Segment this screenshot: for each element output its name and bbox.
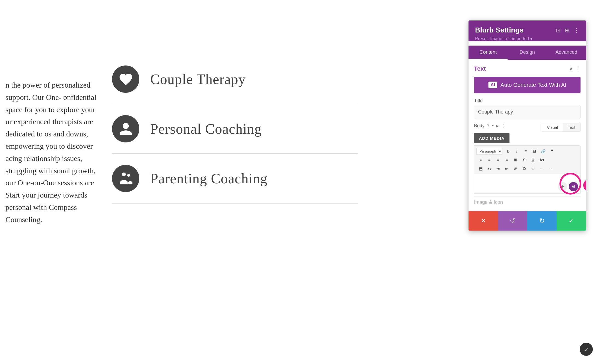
strikethrough-button[interactable]: S (520, 156, 528, 164)
panel-title: Blurb Settings (475, 26, 524, 34)
outdent-button[interactable]: ⇤ (503, 165, 511, 172)
cancel-button[interactable]: ✕ (469, 211, 498, 231)
align-justify-button[interactable]: ≡ (503, 156, 511, 164)
redo-button-footer[interactable]: ↻ (527, 211, 557, 231)
confirm-button[interactable]: ✓ (557, 211, 586, 231)
text-section-header: Text ∧ ⋮ (474, 65, 581, 72)
expand-button[interactable]: ⤢ (511, 165, 520, 172)
align-center-button[interactable]: ≡ (485, 156, 493, 164)
title-field-label: Title (474, 98, 581, 103)
service-item-parenting-coaching: Parenting Coaching (112, 154, 358, 203)
parenting-coaching-icon-bg (112, 165, 139, 192)
panel-preset: Preset: Image Left imported ▾ (475, 36, 579, 41)
editor-ai-btn[interactable]: AI (569, 182, 578, 191)
ai-button-label: Auto Generate Text With Al (500, 82, 566, 88)
tab-advanced[interactable]: Advanced (547, 46, 586, 60)
auto-generate-ai-button[interactable]: AI Auto Generate Text With Al (474, 77, 581, 93)
svg-point-0 (122, 172, 126, 176)
italic-button[interactable]: I (513, 147, 521, 155)
link-button[interactable]: 🔗 (539, 147, 547, 155)
family-icon (118, 171, 133, 186)
parenting-coaching-label: Parenting Coaching (150, 171, 268, 187)
image-icon-label: Image & Icon (474, 196, 503, 205)
redo-button[interactable]: → (546, 165, 555, 172)
title-input[interactable] (474, 106, 581, 118)
panel-header-top: Blurb Settings ⊡ ⊞ ⋮ (475, 26, 579, 34)
personal-coaching-label: Personal Coaching (150, 121, 262, 137)
underline-button[interactable]: U (529, 156, 537, 164)
heart-icon (118, 72, 133, 87)
undo-button-footer[interactable]: ↺ (498, 211, 528, 231)
editor-toolbar: Paragraph B I ≡ ⊟ 🔗 ❝ ≡ ≡ ≡ ≡ ⊞ S (474, 146, 580, 174)
editor-tab-text[interactable]: Text (563, 123, 580, 132)
paste-button[interactable]: ⬒ (476, 165, 485, 172)
undo-button[interactable]: ← (538, 165, 546, 172)
services-list: Couple Therapy Personal Coaching Parenti… (112, 55, 358, 204)
body-mobile-icon[interactable]: ▪ (492, 123, 494, 129)
body-text-content: n the power of personalized support. Our… (5, 81, 96, 224)
person-icon (118, 121, 133, 136)
blockquote-button[interactable]: ❝ (548, 147, 556, 155)
panel-fullscreen-icon[interactable]: ⊡ (556, 27, 561, 34)
tab-design[interactable]: Design (508, 46, 547, 60)
divider-3 (112, 203, 358, 204)
body-label: Body (474, 123, 485, 129)
editor-content-area[interactable]: ✦ AI 1 (474, 174, 580, 193)
body-dots-icon[interactable]: ⋮ (502, 123, 506, 129)
panel-more-icon[interactable]: ⋮ (574, 27, 579, 34)
table-button[interactable]: ⊞ (511, 156, 520, 164)
service-item-personal-coaching: Personal Coaching (112, 104, 358, 154)
bold-button[interactable]: B (504, 147, 512, 155)
editor-sparkle-btn[interactable]: ✦ (558, 182, 567, 191)
personal-coaching-icon-bg (112, 115, 139, 142)
editor-tab-visual[interactable]: Visual (542, 123, 563, 132)
toolbar-row-1: Paragraph B I ≡ ⊟ 🔗 ❝ (476, 147, 578, 155)
body-cursor-icon[interactable]: ▸ (496, 123, 499, 129)
paragraph-select[interactable]: Paragraph (476, 148, 502, 155)
unordered-list-button[interactable]: ≡ (522, 147, 530, 155)
panel-body: Text ∧ ⋮ AI Auto Generate Text With Al T… (469, 60, 586, 211)
rich-text-editor: Paragraph B I ≡ ⊟ 🔗 ❝ ≡ ≡ ≡ ≡ ⊞ S (474, 145, 581, 194)
section-header-icons: ∧ ⋮ (569, 66, 581, 72)
couple-therapy-label: Couple Therapy (150, 71, 246, 87)
editor-mode-tabs: Visual Text (542, 123, 581, 132)
svg-point-1 (127, 174, 130, 177)
image-icon-section: Image & Icon (474, 196, 581, 205)
panel-header: Blurb Settings ⊡ ⊞ ⋮ Preset: Image Left … (469, 20, 586, 41)
ordered-list-button[interactable]: ⊟ (530, 147, 538, 155)
step-badge: 1 (583, 179, 586, 191)
couple-therapy-icon-bg (112, 65, 139, 93)
add-media-button[interactable]: ADD MEDIA (474, 133, 509, 143)
subscript-button[interactable]: x₂ (485, 165, 493, 172)
indent-button[interactable]: ⇥ (494, 165, 502, 172)
panel-header-icons: ⊡ ⊞ ⋮ (556, 27, 579, 34)
align-left-button[interactable]: ≡ (476, 156, 485, 164)
body-toolbar: Body ? ▪ ▸ ⋮ (474, 123, 506, 129)
align-right-button[interactable]: ≡ (494, 156, 502, 164)
toolbar-row-3: ⬒ x₂ ⇥ ⇤ ⤢ Ω ☺ ← → (476, 165, 578, 172)
toolbar-row-2: ≡ ≡ ≡ ≡ ⊞ S U A▾ (476, 156, 578, 164)
ai-badge: AI (488, 82, 497, 88)
left-body-text: n the power of personalized support. Our… (0, 79, 104, 226)
body-help-icon[interactable]: ? (487, 123, 490, 129)
section-chevron-up-icon[interactable]: ∧ (569, 66, 573, 72)
emoji-button[interactable]: ☺ (529, 165, 537, 172)
panel-split-icon[interactable]: ⊞ (565, 27, 570, 34)
omega-button[interactable]: Ω (520, 165, 528, 172)
panel-tabs: Content Design Advanced (469, 46, 586, 60)
section-more-icon[interactable]: ⋮ (576, 66, 581, 72)
font-color-button[interactable]: A▾ (538, 156, 546, 164)
tab-content[interactable]: Content (469, 46, 508, 60)
bottom-right-settings-icon[interactable]: ↙ (580, 343, 593, 356)
panel-footer: ✕ ↺ ↻ ✓ (469, 211, 586, 231)
service-item-couple-therapy: Couple Therapy (112, 55, 358, 104)
blurb-settings-panel: Blurb Settings ⊡ ⊞ ⋮ Preset: Image Left … (469, 20, 586, 231)
text-section-title: Text (474, 65, 486, 72)
